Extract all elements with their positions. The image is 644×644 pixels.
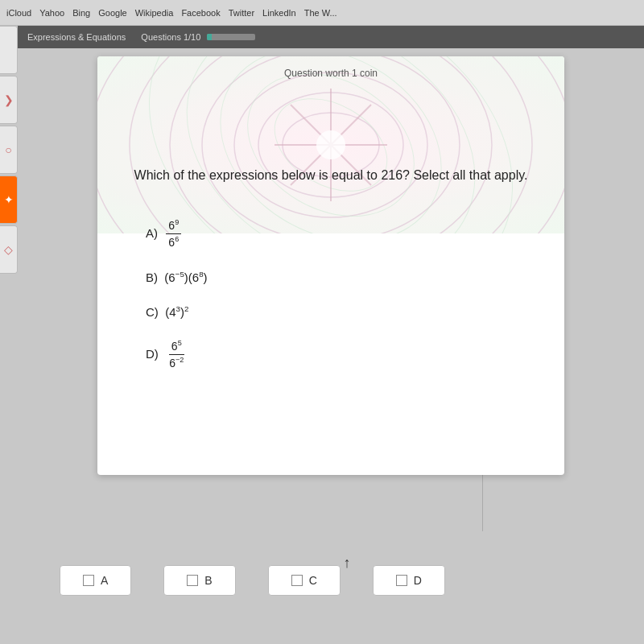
main-content: Expressions & Equations Questions 1/10	[18, 26, 644, 644]
link-icloud[interactable]: iCloud	[6, 8, 31, 18]
sidebar-tab-3[interactable]: ○	[0, 126, 18, 174]
sidebar-tab-2[interactable]: ❯	[0, 76, 18, 124]
svg-point-17	[316, 130, 345, 159]
link-facebook[interactable]: Facebook	[181, 8, 220, 18]
breadcrumb-questions: Questions 1/10	[141, 32, 200, 42]
answer-btn-a-label: A	[101, 574, 108, 587]
fraction-a-numerator: 69	[166, 217, 181, 234]
fraction-a: 69 66	[166, 217, 181, 251]
answer-btn-d-label: D	[414, 574, 422, 587]
checkbox-d	[396, 575, 407, 586]
question-worth: Question worth 1 coin	[97, 56, 564, 85]
sidebar-tab-4[interactable]: ✦	[0, 175, 18, 224]
checkbox-a	[83, 575, 94, 586]
answer-buttons-row: A B C D	[35, 565, 644, 596]
answer-button-b[interactable]: B	[163, 565, 235, 596]
option-b: B) (6−5)(68)	[146, 269, 516, 286]
option-a: A) 69 66	[146, 217, 516, 251]
answer-btn-c-label: C	[309, 574, 317, 587]
progress-bar-fill	[207, 34, 212, 40]
link-twitter[interactable]: Twitter	[229, 8, 254, 18]
answer-btn-b-label: B	[204, 574, 212, 587]
fraction-d-numerator: 65	[169, 338, 184, 355]
cursor: ↑	[344, 555, 351, 572]
option-c: C) (43)2	[146, 303, 516, 320]
option-d: D) 65 6−2	[146, 338, 516, 372]
link-yahoo[interactable]: Yahoo	[39, 8, 64, 18]
breadcrumb-subject: Expressions & Equations	[27, 32, 126, 42]
fraction-d-denominator: 6−2	[167, 355, 186, 371]
link-linkedin[interactable]: LinkedIn	[262, 8, 296, 18]
question-card: Question worth 1 coin Which of the expre…	[97, 56, 564, 475]
sidebar-tab-5[interactable]: ◇	[0, 225, 18, 274]
link-google[interactable]: Google	[98, 8, 126, 18]
sidebar-tab-1[interactable]	[0, 26, 18, 74]
link-thew[interactable]: The W...	[304, 8, 337, 18]
checkbox-c	[291, 575, 303, 586]
progress-bar	[207, 34, 255, 40]
progress-bar-container	[207, 34, 255, 40]
sidebar-tabs: ❯ ○ ✦ ◇	[0, 26, 18, 274]
question-text: Which of the expressions below is equal …	[130, 166, 532, 185]
link-wikipedia[interactable]: Wikipedia	[135, 8, 174, 18]
fraction-a-denominator: 66	[166, 234, 181, 250]
browser-toolbar: iCloud Yahoo Bing Google Wikipedia Faceb…	[0, 0, 644, 26]
answer-button-a[interactable]: A	[60, 565, 131, 596]
link-bing[interactable]: Bing	[72, 8, 90, 18]
question-area: Question worth 1 coin Which of the expre…	[18, 48, 644, 644]
breadcrumb-bar: Expressions & Equations Questions 1/10	[18, 26, 644, 48]
checkbox-b	[187, 575, 198, 586]
answer-button-c[interactable]: C	[268, 565, 341, 596]
fraction-d: 65 6−2	[167, 338, 186, 372]
answer-button-d[interactable]: D	[373, 565, 445, 596]
breadcrumb-separator	[132, 32, 134, 42]
answer-options: A) 69 66 B) (6−5)(68) C) (43)2 D)	[97, 209, 564, 413]
bookmark-links: iCloud Yahoo Bing Google Wikipedia Faceb…	[6, 8, 337, 18]
